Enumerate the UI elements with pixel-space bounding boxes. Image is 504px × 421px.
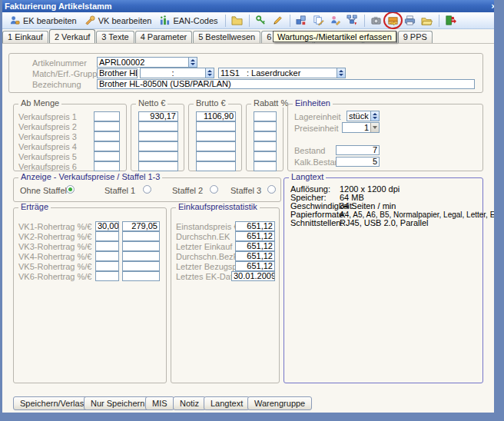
key-button[interactable] — [254, 13, 269, 28]
ean-codes-button[interactable]: EAN-Codes — [156, 13, 220, 28]
ab-menge-1-field[interactable] — [94, 111, 120, 121]
toolbar-tooltip: Wartungs-/Mietartikel erfassen — [273, 31, 396, 42]
bezeichnung-field[interactable]: Brother HL-8050N (USB/PAR/LAN) — [97, 79, 475, 89]
nur-speichern-button[interactable]: Nur Speichern — [84, 396, 151, 410]
brutto-title: Brutto € — [194, 98, 228, 108]
vk1-prozent-field[interactable]: 30,00 — [95, 221, 119, 231]
folder-button[interactable] — [230, 13, 245, 28]
vk2-euro-field[interactable] — [122, 231, 160, 241]
ab-menge-5-field[interactable] — [94, 151, 120, 161]
netto-1-field[interactable]: 930,17 — [138, 111, 178, 121]
cubes-button[interactable] — [294, 13, 310, 28]
brutto-3-field[interactable] — [196, 131, 236, 141]
netto-2-field[interactable] — [138, 121, 178, 131]
vk4-prozent-field[interactable] — [95, 251, 119, 261]
kalk-bestand-field[interactable]: 5 — [336, 157, 380, 167]
erf-gruppe-spinner[interactable] — [205, 68, 214, 78]
letzter-bezugspr-field[interactable]: 651,12 — [235, 261, 275, 271]
vk1-euro-field[interactable]: 279,05 — [122, 221, 160, 231]
rabatt-5-field[interactable] — [254, 151, 277, 161]
preiseinheit-combo[interactable]: 1 — [342, 122, 380, 133]
ab-menge-2-field[interactable] — [94, 121, 120, 131]
brutto-4-field[interactable] — [196, 141, 236, 151]
ek-bearbeiten-label: EK bearbeiten — [23, 16, 77, 25]
tab-pps[interactable]: 9 PPS — [398, 31, 433, 43]
netto-3-field[interactable] — [138, 131, 178, 141]
warengruppe-spinner[interactable] — [337, 68, 345, 78]
tab-einkauf[interactable]: 1 Einkauf — [2, 31, 48, 43]
staffel-3-radio[interactable] — [267, 185, 276, 194]
vk3-euro-field[interactable] — [122, 241, 160, 251]
flowchart-button[interactable] — [345, 13, 360, 28]
toolbar-separator — [290, 15, 290, 27]
mis-button[interactable]: MIS — [145, 396, 174, 410]
artikelnummer-spinner[interactable] — [188, 58, 197, 67]
erf-gruppe-combo[interactable]: : — [140, 68, 214, 78]
verkaufspreis-6-label: Verkaufspreis 6 — [18, 162, 77, 171]
tab-parameter[interactable]: 4 Parameter — [135, 31, 193, 43]
tab-texte[interactable]: 3 Texte — [96, 31, 134, 43]
vk5-euro-field[interactable] — [122, 261, 160, 271]
ek-statistik-title: Einkaufspreisstatistik — [176, 202, 260, 211]
bestand-field[interactable]: 7 — [336, 145, 380, 155]
preiseinheit-dropdown[interactable] — [370, 123, 379, 132]
lagereinheit-combo[interactable]: stück — [346, 111, 380, 121]
toolbar-separator — [249, 15, 250, 27]
ean-codes-icon — [159, 15, 171, 26]
durchschn-ek-field[interactable]: 651,12 — [235, 231, 275, 241]
netto-5-field[interactable] — [138, 151, 178, 161]
letztes-ek-datum-field[interactable]: 30.01.2009 /Fr — [231, 271, 275, 281]
vk6-euro-field[interactable] — [122, 271, 160, 281]
brutto-6-field[interactable] — [196, 161, 236, 171]
einheiten-title: Einheiten — [293, 98, 333, 108]
maintenance-article-button[interactable] — [386, 13, 401, 28]
vk5-prozent-field[interactable] — [95, 261, 119, 271]
tab-bestellwesen[interactable]: 5 Bestellwesen — [193, 31, 260, 43]
brutto-5-field[interactable] — [196, 151, 236, 161]
camera-button[interactable] — [369, 13, 384, 28]
brutto-1-field[interactable]: 1106,90 — [196, 111, 236, 121]
verkaufspreis-3-label: Verkaufspreis 3 — [18, 132, 77, 141]
open-folder-button[interactable] — [419, 13, 435, 28]
artikelnummer-combo[interactable]: APRL00002 — [97, 57, 197, 68]
rabatt-6-field[interactable] — [254, 161, 277, 171]
warengruppe-combo[interactable]: 11S1 : Laserdrucker — [218, 68, 346, 78]
vk2-prozent-field[interactable] — [95, 231, 119, 241]
vk2-rohertrag-label: VK2-Rohertrag %/€ — [18, 232, 91, 241]
ek-bearbeiten-button[interactable]: EK bearbeiten — [6, 13, 80, 28]
rabatt-1-field[interactable] — [254, 111, 277, 121]
rabatt-3-field[interactable] — [254, 131, 277, 141]
rabatt-4-field[interactable] — [254, 141, 277, 151]
ohne-staffel-radio[interactable] — [66, 185, 75, 194]
langtext-button[interactable]: Langtext — [204, 396, 250, 410]
brutto-2-field[interactable] — [196, 121, 236, 131]
notiz-button[interactable]: Notiz — [173, 396, 206, 410]
close-button[interactable]: × — [488, 2, 499, 11]
person-edit-button[interactable] — [328, 13, 343, 28]
vk6-prozent-field[interactable] — [95, 271, 119, 281]
vk-bearbeiten-button[interactable]: VK bearbeiten — [81, 13, 155, 28]
tab-verkauf[interactable]: 2 Verkauf — [49, 29, 95, 43]
ab-menge-6-field[interactable] — [94, 161, 120, 171]
vk3-prozent-field[interactable] — [95, 241, 119, 251]
verkaufspreis-5-label: Verkaufspreis 5 — [18, 152, 77, 161]
print-button[interactable] — [403, 13, 418, 28]
ab-menge-4-field[interactable] — [94, 141, 120, 151]
staffel-1-radio[interactable] — [143, 185, 151, 194]
letzter-einkauf-field[interactable]: 651,12 — [235, 241, 275, 251]
match-field[interactable]: Brother HL — [97, 68, 138, 78]
exit-button[interactable] — [443, 13, 459, 28]
warengruppe-button[interactable]: Warengruppe — [247, 396, 312, 410]
einstandspreis-field[interactable]: 651,12 — [235, 221, 275, 231]
pencil-button[interactable] — [270, 13, 286, 28]
durchschn-bezpr-field[interactable]: 651,12 — [235, 251, 275, 261]
rabatt-2-field[interactable] — [254, 121, 277, 131]
vk4-euro-field[interactable] — [122, 251, 160, 261]
copy-edit-button[interactable] — [311, 13, 327, 28]
lagereinheit-spinner[interactable] — [370, 111, 379, 121]
netto-6-field[interactable] — [138, 161, 178, 171]
ab-menge-3-field[interactable] — [94, 131, 120, 141]
netto-4-field[interactable] — [138, 141, 178, 151]
langtext-line: Schnittstellen:RJ45, USB 2.0, Parallel — [290, 218, 429, 227]
staffel-2-radio[interactable] — [210, 185, 218, 194]
